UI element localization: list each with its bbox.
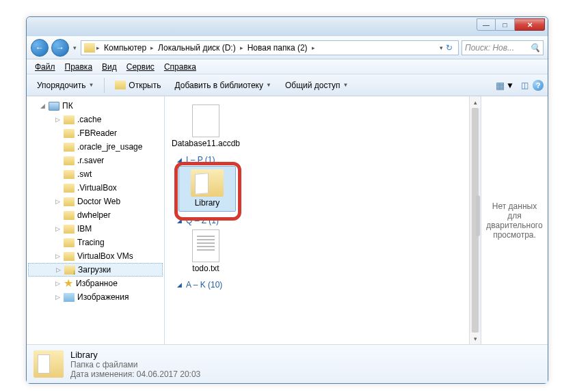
tree-item[interactable]: .VirtualBox xyxy=(27,181,164,195)
tree-item[interactable]: .oracle_jre_usage xyxy=(27,140,164,154)
expand-icon[interactable]: ▷ xyxy=(54,280,61,287)
chevron-right-icon[interactable]: ▸ xyxy=(312,44,315,51)
details-date-label: Дата изменения: xyxy=(70,369,135,379)
chevron-down-icon: ▼ xyxy=(506,81,514,90)
folder-icon xyxy=(64,156,75,165)
tree-item[interactable]: .swt xyxy=(27,167,164,181)
menu-help[interactable]: Справка xyxy=(160,61,200,73)
close-button[interactable]: ✕ xyxy=(515,18,545,31)
expand-icon[interactable]: ▷ xyxy=(54,225,61,232)
tree-item[interactable]: ▷IBM xyxy=(27,222,164,236)
computer-icon xyxy=(49,102,59,111)
folder-icon xyxy=(64,115,75,124)
chevron-right-icon[interactable]: ▸ xyxy=(240,44,243,51)
explorer-window: — □ ✕ ← → ▾ ▸ Компьютер▸ Локальный диск … xyxy=(26,16,548,384)
file-label: Database11.accdb xyxy=(172,139,240,148)
folder-icon xyxy=(64,197,75,206)
group-header[interactable]: ◢I – P (1) xyxy=(177,151,468,166)
preview-pane-button[interactable]: ◫ xyxy=(518,79,531,92)
tree-item[interactable]: ▷.cache xyxy=(27,113,164,126)
expand-icon[interactable]: ▷ xyxy=(54,253,61,260)
address-dropdown-icon[interactable]: ▾ xyxy=(440,44,443,51)
expand-icon[interactable]: ▷ xyxy=(54,294,61,300)
search-input[interactable]: Поиск: Нов... 🔍 xyxy=(462,40,544,55)
tree-item[interactable]: dwhelper xyxy=(27,208,164,222)
collapse-icon[interactable]: ◢ xyxy=(177,281,182,288)
preview-pane: Нет данных для дварительного просмотра. xyxy=(481,96,548,344)
search-icon[interactable]: 🔍 xyxy=(530,43,540,53)
expand-icon[interactable]: ▷ xyxy=(54,198,61,205)
collapse-icon[interactable]: ◢ xyxy=(39,102,46,109)
tree-item-downloads[interactable]: ▷Загрузки xyxy=(28,263,163,277)
expand-icon[interactable]: ▷ xyxy=(54,116,61,123)
chevron-right-icon[interactable]: ▸ xyxy=(150,44,154,51)
file-item-todo[interactable]: todo.txt xyxy=(177,227,235,276)
breadcrumb-drive[interactable]: Локальный диск (D:) xyxy=(155,43,239,53)
minimize-button[interactable]: — xyxy=(477,18,496,31)
breadcrumb-computer[interactable]: Компьютер xyxy=(101,43,149,53)
chevron-right-icon: ▸ xyxy=(96,44,100,51)
tree-item[interactable]: .FBReader xyxy=(27,126,164,140)
organize-button[interactable]: Упорядочить▼ xyxy=(31,77,100,94)
details-date-value: 04.06.2017 20:03 xyxy=(137,369,200,379)
folder-icon xyxy=(34,350,64,378)
address-bar[interactable]: ▸ Компьютер▸ Локальный диск (D:)▸ Новая … xyxy=(81,40,459,55)
expand-icon[interactable]: ▷ xyxy=(55,266,62,273)
share-button[interactable]: Общий доступ▼ xyxy=(279,77,355,94)
chevron-down-icon: ▼ xyxy=(266,82,271,88)
add-to-library-button[interactable]: Добавить в библиотеку▼ xyxy=(168,77,277,94)
collapse-icon[interactable]: ◢ xyxy=(177,217,182,224)
navigation-tree: ◢ПК ▷.cache .FBReader .oracle_jre_usage … xyxy=(27,96,165,344)
folder-icon xyxy=(84,43,95,53)
breadcrumb-folder[interactable]: Новая папка (2) xyxy=(245,43,310,53)
search-placeholder: Поиск: Нов... xyxy=(465,43,514,53)
details-name: Library xyxy=(70,350,200,360)
group-header[interactable]: ◢Q – Z (1) xyxy=(177,212,468,227)
star-icon: ★ xyxy=(64,279,73,288)
folder-icon xyxy=(64,184,75,193)
tree-item[interactable]: ▷VirtualBox VMs xyxy=(27,249,164,263)
folder-icon xyxy=(115,81,126,89)
refresh-icon[interactable]: ↻ xyxy=(446,43,453,53)
toolbar: Упорядочить▼ Открыть Добавить в библиоте… xyxy=(27,74,548,96)
group-header[interactable]: ◢A – K (10) xyxy=(177,276,468,291)
menu-file[interactable]: Файл xyxy=(31,61,59,73)
forward-button[interactable]: → xyxy=(51,39,69,57)
file-label: todo.txt xyxy=(192,264,219,273)
collapse-icon[interactable]: ◢ xyxy=(177,156,182,163)
tree-item[interactable]: ▷Doctor Web xyxy=(27,195,164,208)
menu-bar: Файл Правка Вид Сервис Справка xyxy=(27,59,548,74)
tree-item[interactable]: .r.saver xyxy=(27,154,164,167)
file-list[interactable]: Database11.accdb ◢I – P (1) Library ◢Q –… xyxy=(165,96,481,344)
separator xyxy=(104,78,105,93)
folder-icon xyxy=(64,238,75,247)
folder-icon xyxy=(64,143,75,152)
pictures-icon xyxy=(64,293,75,302)
downloads-icon xyxy=(64,266,75,275)
preview-icon: ◫ xyxy=(521,81,529,90)
preview-empty-text: Нет данных для дварительного просмотра. xyxy=(485,201,544,240)
details-pane: Library Папка с файлами Дата изменения: … xyxy=(27,345,548,383)
view-mode-button[interactable]: ▦ ▼ xyxy=(493,79,517,92)
menu-view[interactable]: Вид xyxy=(98,61,121,73)
file-item-library[interactable]: Library xyxy=(178,166,236,211)
maximize-button[interactable]: □ xyxy=(496,18,515,31)
scroll-up-icon[interactable]: ▴ xyxy=(470,96,481,108)
help-icon[interactable]: ? xyxy=(533,80,544,91)
splitter-handle[interactable] xyxy=(476,195,480,236)
nav-history-dropdown[interactable]: ▾ xyxy=(72,44,78,51)
menu-edit[interactable]: Правка xyxy=(61,61,97,73)
tree-item[interactable]: Tracing xyxy=(27,236,164,249)
menu-tools[interactable]: Сервис xyxy=(122,61,159,73)
nav-row: ← → ▾ ▸ Компьютер▸ Локальный диск (D:)▸ … xyxy=(27,36,548,59)
titlebar: — □ ✕ xyxy=(27,17,548,36)
folder-icon xyxy=(64,252,75,261)
tree-item-pictures[interactable]: ▷Изображения xyxy=(27,290,164,304)
tree-item-pc[interactable]: ◢ПК xyxy=(27,99,164,113)
open-button[interactable]: Открыть xyxy=(109,77,167,94)
chevron-down-icon: ▼ xyxy=(88,82,94,88)
scroll-down-icon[interactable]: ▾ xyxy=(470,333,481,344)
tree-item-favorites[interactable]: ▷★Избранное xyxy=(27,277,164,290)
file-item-database[interactable]: Database11.accdb xyxy=(177,102,235,151)
back-button[interactable]: ← xyxy=(31,39,49,57)
